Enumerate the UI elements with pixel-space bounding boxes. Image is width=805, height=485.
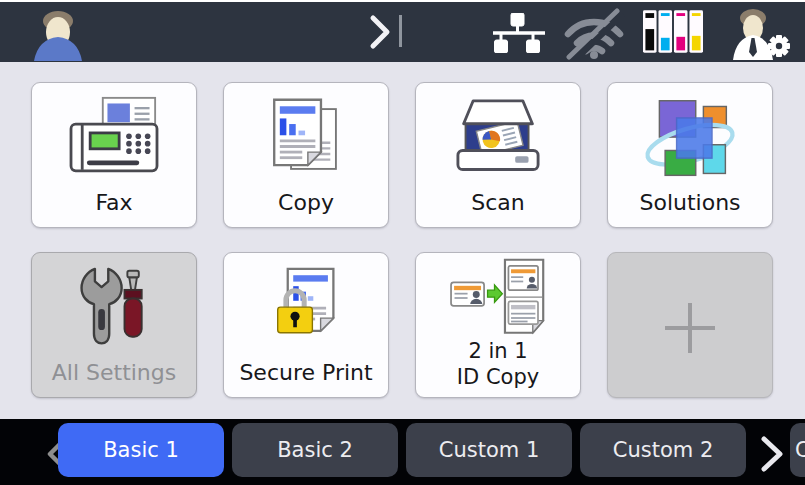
user-avatar-icon[interactable] <box>26 9 90 61</box>
tile-secure-print[interactable]: Secure Print <box>223 252 389 398</box>
user-settings-icon[interactable] <box>727 8 793 60</box>
secure-print-icon <box>256 267 356 351</box>
tile-all-settings[interactable]: All Settings <box>31 252 197 398</box>
ink-level-magenta <box>676 37 685 51</box>
gear-icon <box>768 35 790 57</box>
tile-label: Fax <box>95 189 132 216</box>
tile-add-shortcut[interactable] <box>607 252 773 398</box>
tab-basic-1[interactable]: Basic 1 <box>58 423 224 477</box>
tab-bar: Basic 1 Basic 2 Custom 1 Custom 2 C <box>0 419 805 485</box>
tile-label: Secure Print <box>239 359 372 386</box>
wired-network-icon[interactable] <box>488 13 550 53</box>
ink-level-black <box>645 29 654 50</box>
scan-icon <box>446 97 550 181</box>
status-bar <box>0 2 805 62</box>
id-copy-icon <box>442 258 554 338</box>
plus-icon <box>665 303 715 353</box>
fax-icon <box>62 96 166 182</box>
tile-label: Copy <box>278 189 334 216</box>
ink-level-yellow <box>692 36 701 51</box>
wifi-disabled-icon[interactable] <box>561 8 627 60</box>
tile-label: Solutions <box>639 189 740 216</box>
tab-custom-2[interactable]: Custom 2 <box>580 423 746 477</box>
home-shortcut-grid: Fax Copy <box>0 62 805 419</box>
printer-touchscreen: Fax Copy <box>0 0 805 485</box>
tab-custom-1[interactable]: Custom 1 <box>406 423 572 477</box>
settings-tools-icon <box>64 267 164 351</box>
screen-top-edge <box>0 0 805 2</box>
tile-label: Scan <box>471 189 525 216</box>
tile-id-copy[interactable]: 2 in 1ID Copy <box>415 252 581 398</box>
tile-label: 2 in 1ID Copy <box>457 338 539 390</box>
solutions-icon <box>638 95 742 183</box>
ink-levels-indicator[interactable] <box>643 10 703 53</box>
status-bar-divider <box>399 15 402 47</box>
tab-scroll-right-icon[interactable] <box>758 435 786 473</box>
tile-fax[interactable]: Fax <box>31 82 197 228</box>
tile-copy[interactable]: Copy <box>223 82 389 228</box>
shortcut-expand-icon[interactable] <box>368 14 394 50</box>
copy-icon <box>256 96 356 182</box>
tab-basic-2[interactable]: Basic 2 <box>232 423 398 477</box>
ink-level-cyan <box>661 38 670 51</box>
tile-scan[interactable]: Scan <box>415 82 581 228</box>
tile-solutions[interactable]: Solutions <box>607 82 773 228</box>
tile-label: All Settings <box>52 359 177 386</box>
tab-partial-next[interactable]: C <box>790 423 805 477</box>
